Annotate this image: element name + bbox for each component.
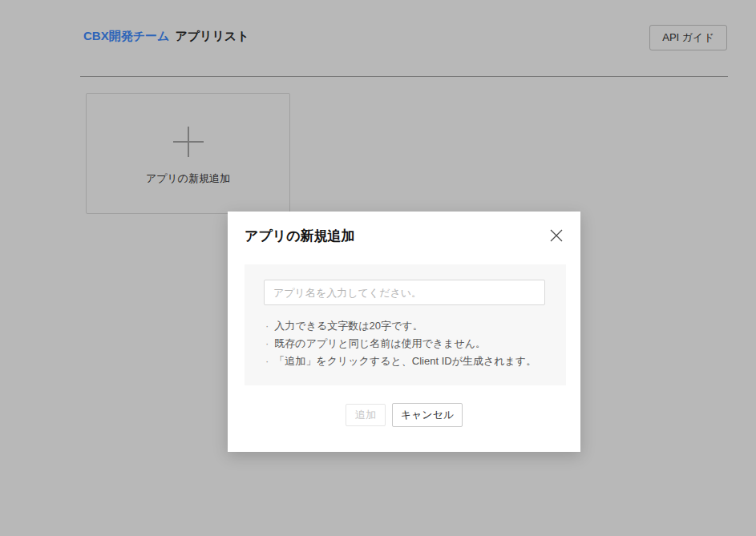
app-name-input[interactable] — [264, 280, 545, 305]
bullet-icon: · — [265, 337, 269, 349]
close-icon — [549, 228, 564, 243]
add-app-modal: アプリの新規追加 ·入力できる文字数は20字です。 ·既存のアプリと同じ名前は使… — [228, 212, 580, 452]
note-text: 既存のアプリと同じ名前は使用できません。 — [274, 337, 486, 349]
note-item: ·「追加」をクリックすると、Client IDが生成されます。 — [264, 353, 547, 370]
note-text: 「追加」をクリックすると、Client IDが生成されます。 — [274, 355, 536, 367]
note-item: ·既存のアプリと同じ名前は使用できません。 — [264, 335, 547, 353]
bullet-icon: · — [265, 320, 269, 332]
note-text: 入力できる文字数は20字です。 — [274, 320, 422, 332]
add-button[interactable]: 追加 — [346, 404, 386, 426]
close-button[interactable] — [549, 228, 564, 243]
modal-footer: 追加 キャンセル — [228, 403, 580, 427]
note-item: ·入力できる文字数は20字です。 — [264, 317, 547, 335]
bullet-icon: · — [265, 355, 269, 367]
modal-title: アプリの新規追加 — [245, 228, 355, 244]
modal-body-section: ·入力できる文字数は20字です。 ·既存のアプリと同じ名前は使用できません。 ·… — [245, 264, 566, 385]
screen: CBX開発チームアプリリスト API ガイド アプリの新規追加 アプリの新規追加… — [0, 0, 756, 536]
cancel-button[interactable]: キャンセル — [392, 403, 463, 427]
notes-list: ·入力できる文字数は20字です。 ·既存のアプリと同じ名前は使用できません。 ·… — [264, 317, 547, 370]
